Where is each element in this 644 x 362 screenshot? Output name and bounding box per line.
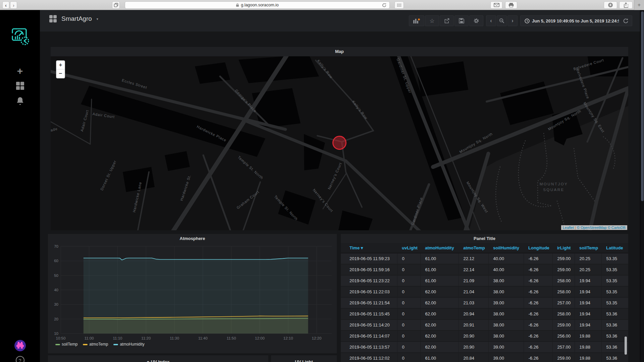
svg-text:11:20: 11:20 bbox=[141, 336, 151, 340]
chevron-left-icon: ‹ bbox=[490, 18, 492, 23]
atmosphere-chart[interactable]: 1020304050607010:5011:0011:1011:2011:301… bbox=[49, 243, 335, 341]
url-text: g.lagoon.soracom.io bbox=[241, 3, 279, 7]
help-icon[interactable]: ? bbox=[0, 356, 40, 362]
chart-legend: soilTempatmoTempatmoHumidity bbox=[55, 342, 145, 347]
device-location-marker[interactable] bbox=[332, 136, 346, 150]
mail-button[interactable] bbox=[490, 1, 502, 9]
add-panel-icon bbox=[413, 18, 420, 24]
map-attribution: Leaflet | © OpenStreetMap © CartoDB bbox=[561, 225, 627, 230]
table-row[interactable]: 2019-06-05 11:21:54062.0021.0339.00-6.26… bbox=[341, 297, 628, 308]
user-avatar[interactable] bbox=[0, 340, 40, 352]
app-window: + ? SmartA bbox=[0, 10, 644, 362]
atmosphere-panel: Atmosphere 1020304050607010:5011:0011:10… bbox=[48, 234, 337, 353]
column-header-Latitude[interactable]: Latitude bbox=[601, 243, 628, 253]
reload-icon[interactable] bbox=[382, 3, 387, 8]
sort-caret-icon: ▾ bbox=[360, 245, 363, 250]
table-row[interactable]: 2019-06-05 11:12:02061.0020.8439.00-6.26… bbox=[341, 353, 628, 362]
map-zoom-in-button[interactable]: + bbox=[56, 61, 65, 69]
zoom-out-time-button[interactable] bbox=[497, 15, 507, 26]
time-shift-left-button[interactable]: ‹ bbox=[486, 15, 496, 26]
sidebar-alerting-icon[interactable] bbox=[0, 97, 40, 105]
add-panel-button[interactable] bbox=[409, 15, 424, 26]
table-panel-title[interactable]: Panel Title bbox=[341, 234, 628, 243]
column-header-irLight[interactable]: irLight bbox=[552, 243, 575, 253]
share-button[interactable] bbox=[619, 1, 633, 9]
downloads-button[interactable] bbox=[604, 1, 617, 9]
atmosphere-panel-title[interactable]: Atmosphere bbox=[48, 234, 337, 243]
share-dashboard-icon bbox=[444, 18, 450, 23]
column-header-soilHumidity[interactable]: soilHumidity bbox=[488, 243, 524, 253]
osm-link[interactable]: © OpenStreetMap bbox=[577, 226, 607, 230]
column-header-atmoHumidity[interactable]: atmoHumidity bbox=[420, 243, 459, 253]
table-row[interactable]: 2019-06-05 11:59:16061.0022.1440.00-6.26… bbox=[341, 264, 628, 275]
printer-icon bbox=[508, 3, 514, 7]
page-scrollbar-thumb[interactable] bbox=[641, 11, 644, 201]
table-row[interactable]: 2019-06-05 11:22:03062.0021.0438.00-6.26… bbox=[341, 286, 628, 297]
column-header-Time[interactable]: Time ▾ bbox=[341, 243, 397, 253]
legend-item[interactable]: atmoTemp bbox=[83, 342, 108, 347]
svg-text:12:20: 12:20 bbox=[312, 336, 322, 340]
browser-forward-button[interactable]: › bbox=[10, 1, 17, 9]
chevron-down-icon: ▾ bbox=[97, 17, 98, 21]
svg-text:12:00: 12:00 bbox=[255, 336, 265, 340]
tab-overview-button[interactable] bbox=[112, 1, 120, 9]
refresh-button[interactable] bbox=[619, 15, 632, 26]
new-tab-button[interactable]: + bbox=[634, 0, 644, 10]
time-shift-right-button[interactable]: › bbox=[507, 15, 518, 26]
share-dashboard-button[interactable] bbox=[440, 15, 454, 26]
map-panel-title[interactable]: Map bbox=[51, 47, 628, 56]
table-row[interactable]: 2019-06-05 11:23:22061.0021.0938.00-6.26… bbox=[341, 275, 628, 286]
svg-text:70: 70 bbox=[54, 244, 58, 248]
table-panel: Panel Title Time ▾uvLightatmoHumidityatm… bbox=[341, 234, 628, 362]
legend-item[interactable]: soilTemp bbox=[55, 342, 77, 347]
uv-light-panel-title[interactable]: UV Light bbox=[271, 355, 337, 362]
uv-index-panel-title[interactable]: ♥ UV Index bbox=[48, 355, 268, 362]
table-scrollbar[interactable] bbox=[625, 337, 627, 355]
browser-back-button[interactable]: ‹ bbox=[2, 1, 9, 9]
main-content: SmartAgro ▾ ☆ bbox=[40, 10, 644, 362]
map-panel: Map bbox=[51, 47, 628, 230]
leaflet-link[interactable]: Leaflet bbox=[563, 226, 574, 230]
svg-text:20: 20 bbox=[54, 317, 58, 321]
column-header-atmoTemp[interactable]: atmoTemp bbox=[459, 243, 488, 253]
column-header-Longitude[interactable]: Longitude bbox=[524, 243, 552, 253]
table-row[interactable]: 2019-06-05 11:14:07062.0020.9038.00-6.26… bbox=[341, 330, 628, 342]
svg-text:12:10: 12:10 bbox=[283, 336, 293, 340]
table-row[interactable]: 2019-06-05 11:13:57062.0020.9039.00-6.26… bbox=[341, 342, 628, 353]
magnifier-icon bbox=[499, 18, 504, 23]
refresh-icon bbox=[623, 18, 629, 23]
save-dashboard-button[interactable] bbox=[454, 15, 469, 26]
share-icon bbox=[624, 2, 628, 8]
map-zoom-control: + − bbox=[56, 60, 65, 78]
map-canvas[interactable]: Eccles StreetAdair CourtAdair CourtadeGe… bbox=[51, 56, 628, 230]
map-zoom-out-button[interactable]: − bbox=[56, 69, 65, 78]
carto-link[interactable]: © CartoDB bbox=[608, 226, 626, 230]
sidebar-dashboards-icon[interactable] bbox=[0, 81, 40, 90]
table-row[interactable]: 2019-06-05 11:15:45062.0020.9438.00-6.26… bbox=[341, 308, 628, 319]
svg-text:60: 60 bbox=[54, 259, 58, 263]
tab-overview-icon bbox=[114, 3, 118, 7]
extensions-grid-button[interactable] bbox=[394, 1, 404, 9]
column-header-uvLight[interactable]: uvLight bbox=[397, 243, 420, 253]
park-label: MOUNTJOYSQUARE bbox=[540, 181, 568, 193]
page-scrollbar[interactable] bbox=[640, 10, 644, 362]
url-bar[interactable]: g.lagoon.soracom.io bbox=[125, 1, 390, 9]
lagoon-logo[interactable] bbox=[0, 26, 40, 47]
time-range-picker[interactable]: Jun 5, 2019 10:49:05 to Jun 5, 2019 12:2… bbox=[520, 15, 627, 26]
settings-button[interactable] bbox=[469, 15, 483, 26]
star-dashboard-button[interactable]: ☆ bbox=[425, 15, 439, 26]
table-row[interactable]: 2019-06-05 11:14:20062.0020.9138.00-6.26… bbox=[341, 319, 628, 330]
legend-item[interactable]: atmoHumidity bbox=[113, 342, 144, 347]
table-row[interactable]: 2019-06-05 11:59:23061.0022.1240.00-6.26… bbox=[341, 253, 628, 264]
svg-text:40: 40 bbox=[54, 288, 58, 292]
svg-text:11:40: 11:40 bbox=[198, 336, 208, 340]
print-button[interactable] bbox=[505, 1, 517, 9]
sidebar-add-icon[interactable]: + bbox=[0, 65, 40, 77]
svg-text:10: 10 bbox=[54, 331, 58, 336]
lock-icon bbox=[236, 3, 239, 7]
svg-text:11:10: 11:10 bbox=[113, 336, 122, 340]
column-header-soilTemp[interactable]: soilTemp bbox=[575, 243, 601, 253]
mail-icon bbox=[494, 3, 499, 7]
grafana-sidebar: + ? bbox=[0, 10, 40, 362]
dashboard-switcher[interactable]: SmartAgro ▾ bbox=[49, 15, 98, 22]
